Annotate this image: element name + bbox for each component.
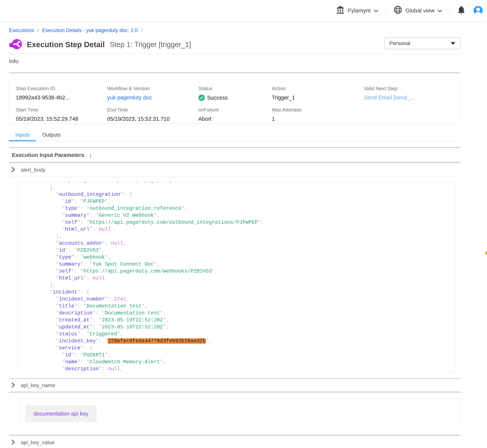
field-onfailure: onFailure Abort	[198, 107, 272, 122]
field-step-execution-id: Step Execution ID 18992a43-9538-4b2…	[16, 86, 107, 101]
select-caret-icon	[451, 42, 455, 45]
divider	[9, 72, 461, 73]
section-title: Execution Input Parameters	[12, 152, 84, 158]
group-label: api_key_value	[21, 440, 55, 446]
download-arrow-icon[interactable]: ↓	[89, 152, 92, 158]
topbar-divider	[450, 5, 450, 16]
io-tabs: Inputs Outputs	[9, 132, 461, 141]
workflow-link[interactable]: yuk pagerduty doc	[107, 95, 152, 101]
group-label: alert_body	[21, 167, 46, 173]
chevron-right-icon	[11, 382, 15, 388]
alert-body-json-viewer[interactable]: "endpoint_url": "https://api.pagerduty.c…	[17, 182, 456, 373]
group-label: api_key_name	[21, 382, 55, 388]
chevron-right-icon	[11, 167, 15, 173]
notifications-button[interactable]	[457, 6, 465, 16]
page-subtitle: Step 1: Trigger [trigger_1]	[110, 40, 191, 49]
json-code: "endpoint_url": "https://api.pagerduty.c…	[18, 182, 456, 373]
tab-outputs[interactable]: Outputs	[36, 132, 67, 141]
info-heading: Info	[9, 58, 461, 66]
scope-selected-value: Personal	[390, 40, 410, 46]
breadcrumb: Executions / Execution Details - yuk pag…	[9, 28, 461, 33]
scope-select[interactable]: Personal	[384, 38, 461, 49]
breadcrumb-separator: /	[141, 28, 143, 33]
user-avatar[interactable]	[474, 6, 483, 15]
workflow-step-icon	[9, 39, 22, 50]
top-bar: Fylamynt Global view	[0, 0, 487, 21]
org-label: Fylamynt	[348, 7, 371, 14]
page-title: Execution Step Detail	[27, 40, 105, 49]
field-start-time: Start Time 05/19/2023, 15:52:29.748	[16, 107, 107, 122]
title-row: Execution Step Detail Step 1: Trigger [t…	[9, 38, 461, 51]
view-switcher[interactable]: Global view	[394, 6, 442, 16]
next-step-link[interactable]: Send Email [send_…	[364, 95, 415, 101]
bank-icon	[336, 6, 345, 15]
main-content: Executions / Execution Details - yuk pag…	[0, 28, 487, 448]
api-key-name-panel: documentation api key	[19, 399, 461, 428]
field-valid-next-step: Valid Next Step Send Email [send_…	[364, 86, 460, 101]
view-label: Global view	[405, 7, 435, 14]
api-key-name-value: documentation api key	[25, 405, 97, 422]
group-api-key-name[interactable]: api_key_name	[9, 379, 461, 392]
field-status: Status Success	[198, 86, 272, 101]
step-info-card: Step Execution ID 18992a43-9538-4b2… Wor…	[8, 79, 461, 124]
chevron-down-icon	[438, 7, 442, 14]
group-alert-body[interactable]: alert_body	[9, 163, 461, 177]
bell-icon	[457, 12, 465, 15]
tab-inputs[interactable]: Inputs	[9, 132, 36, 141]
scrollbar-find-marker	[486, 252, 487, 255]
org-switcher[interactable]: Fylamynt	[336, 6, 378, 15]
breadcrumb-executions-link[interactable]: Executions	[9, 28, 34, 33]
status-text: Success	[207, 95, 228, 101]
execution-input-parameters-header: Execution Input Parameters ↓	[9, 148, 461, 163]
globe-icon	[394, 6, 402, 16]
field-max-attempts: Max Attempts 1	[272, 107, 364, 122]
breadcrumb-separator: /	[37, 28, 39, 33]
divider	[9, 54, 461, 54]
field-end-time: End Time 05/19/2023, 15:52:31.710	[107, 107, 198, 122]
breadcrumb-execution-details-link[interactable]: Execution Details - yuk pagerduty doc: 2…	[42, 28, 138, 33]
group-api-key-value[interactable]: api_key_value	[9, 436, 461, 448]
chevron-down-icon	[374, 7, 378, 14]
field-action: Action Trigger_1	[272, 86, 364, 101]
chevron-right-icon	[11, 440, 15, 446]
success-check-icon	[198, 95, 205, 101]
field-workflow-version: Workflow & Version yuk pagerduty doc	[107, 86, 198, 101]
topbar-divider	[386, 5, 386, 16]
